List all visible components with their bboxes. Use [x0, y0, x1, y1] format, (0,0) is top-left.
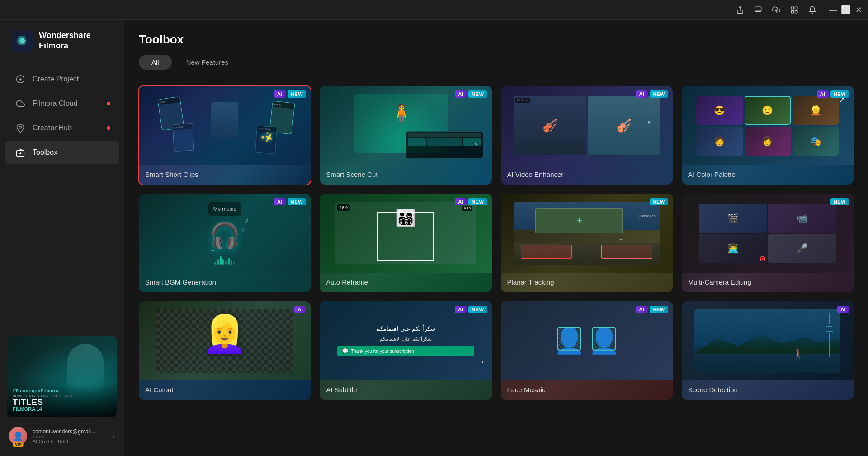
badges-ai-subtitle: AI NEW — [455, 306, 487, 313]
share-icon[interactable] — [735, 5, 745, 15]
tool-name-ai-subtitle: AI Subtitle — [326, 386, 485, 394]
tool-name-planar-tracking: Planar Tracking — [507, 278, 666, 286]
tool-card-scene-detection[interactable]: 🚶 AI — [682, 301, 854, 400]
badges-smart-bgm: AI NEW — [274, 198, 306, 205]
ai-badge-10: AI — [455, 306, 467, 313]
tab-all[interactable]: All — [139, 55, 172, 70]
vip-badge: VIP — [13, 442, 24, 447]
tool-card-ai-color-palette[interactable]: 😎 🙂 👱 🧑 — [682, 86, 854, 185]
badges-ai-color-palette: AI NEW — [817, 90, 849, 98]
promo-filmora-label: FILMORA 14 — [13, 406, 111, 412]
user-details: content.wonders@gmail.... AI Credits: 15… — [33, 428, 107, 444]
tool-name-auto-reframe: Auto Reframe — [326, 278, 485, 286]
promo-title: TITLES — [13, 398, 111, 406]
ai-badge: AI — [274, 90, 286, 98]
tool-card-auto-reframe[interactable]: 16:9 👨‍👩‍👧‍👦 9:16 AI NEW — [320, 194, 491, 292]
titlebar: — ⬜ ✕ — [0, 0, 868, 20]
tool-name-face-mosaic: Face Mosaic — [507, 386, 666, 394]
ai-badge-11: AI — [636, 306, 648, 313]
user-chevron-icon[interactable]: › — [113, 432, 115, 440]
svg-rect-5 — [791, 10, 793, 13]
badges-smart-short-clips: AI NEW — [274, 90, 306, 98]
ai-badge-5: AI — [274, 198, 286, 205]
new-badge-3: NEW — [650, 90, 668, 98]
tools-grid-container: label VIDEO PROJECT EDUCATIONAL — [124, 79, 868, 456]
promo-card[interactable]: #TrendinginFilmora BRING YOUR STORY TO L… — [7, 336, 117, 417]
logo-icon — [11, 30, 33, 52]
tool-name-ai-color-palette: AI Color Palette — [688, 171, 847, 178]
ai-badge-4: AI — [817, 90, 829, 98]
user-email: content.wonders@gmail.... — [33, 428, 107, 435]
tool-card-ai-video-enhancer[interactable]: Before 🎻 After 🎻 🖱 — [501, 86, 673, 185]
promo-tag: #TrendinginFilmora — [13, 389, 111, 393]
tabs: All New Features — [139, 55, 854, 70]
toolbox-icon — [15, 147, 25, 157]
minimize-button[interactable]: — — [829, 6, 837, 14]
grid-icon[interactable] — [789, 5, 799, 15]
maximize-button[interactable]: ⬜ — [842, 6, 850, 14]
app-logo: Wondershare Filmora — [0, 20, 124, 62]
badges-ai-cutout: AI — [294, 306, 306, 313]
new-badge-8: NEW — [830, 198, 849, 205]
badges-planar-tracking: NEW — [650, 198, 668, 205]
window-controls: — ⬜ ✕ — [829, 6, 863, 14]
sidebar-item-create-project[interactable]: Create Project — [5, 68, 119, 90]
new-badge-4: NEW — [830, 90, 849, 98]
main-content: Toolbox All New Features — [124, 20, 868, 456]
sidebar-item-creator-hub[interactable]: Creator Hub — [5, 117, 119, 139]
user-info: 👤 VIP content.wonders@gmail.... AI Credi… — [7, 423, 117, 449]
tool-card-face-mosaic[interactable]: 👤 👤 AI NEW — [501, 301, 673, 400]
close-button[interactable]: ✕ — [854, 6, 863, 14]
app-name: Wondershare Filmora — [39, 30, 91, 52]
badges-ai-video-enhancer: AI NEW — [636, 90, 668, 98]
tool-name-ai-video-enhancer: AI Video Enhancer — [507, 171, 666, 178]
new-badge: NEW — [288, 90, 306, 98]
tool-card-smart-short-clips[interactable]: label VIDEO PROJECT EDUCATIONAL — [139, 86, 311, 185]
create-project-icon — [15, 74, 25, 84]
tool-card-smart-bgm[interactable]: My music 🎧 ♪ ♫ — [139, 194, 311, 292]
content-header: Toolbox All New Features — [124, 20, 868, 79]
ai-badge-9: AI — [294, 306, 306, 313]
user-avatar: 👤 VIP — [9, 427, 27, 445]
badges-scene-detection: AI — [837, 306, 849, 313]
svg-rect-2 — [791, 7, 793, 9]
new-badge-11: NEW — [650, 306, 668, 313]
tool-name-multi-camera: Multi-Camera Editing — [688, 278, 847, 286]
sidebar-item-filmora-cloud[interactable]: Filmora Cloud — [5, 92, 119, 115]
new-badge-7: NEW — [650, 198, 668, 205]
tool-card-multi-camera[interactable]: 🎬 📹 👨‍💻 — [682, 194, 854, 292]
svg-rect-4 — [795, 10, 797, 13]
tool-name-smart-short-clips: Smart Short Clips — [145, 171, 304, 178]
page-title: Toolbox — [139, 33, 854, 47]
tool-name-scene-detection: Scene Detection — [688, 386, 847, 394]
tool-name-smart-scene-cut: Smart Scene Cut — [326, 171, 485, 178]
sidebar-item-toolbox[interactable]: Toolbox — [5, 141, 119, 164]
new-badge-5: NEW — [288, 198, 306, 205]
tool-card-planar-tracking[interactable]: + → Click to add — [501, 194, 673, 292]
tools-grid: label VIDEO PROJECT EDUCATIONAL — [139, 86, 854, 400]
ai-badge-6: AI — [455, 198, 467, 205]
ai-badge-12: AI — [837, 306, 849, 313]
tool-card-ai-subtitle[interactable]: شكراً لكم على اهتمامكم شكراً لكم على الا… — [320, 301, 491, 400]
new-badge-6: NEW — [468, 198, 487, 205]
badges-auto-reframe: AI NEW — [455, 198, 487, 205]
svg-rect-3 — [795, 7, 797, 9]
new-badge-10: NEW — [468, 306, 487, 313]
tool-name-ai-cutout: AI Cutout — [145, 386, 304, 394]
notifications-icon[interactable] — [807, 5, 817, 15]
badges-face-mosaic: AI NEW — [636, 306, 668, 313]
badges-smart-scene-cut: AI NEW — [455, 90, 487, 98]
user-credits: AI Credits: 1590 — [33, 439, 107, 444]
tool-card-smart-scene-cut[interactable]: 🧍 🖱 — [320, 86, 491, 185]
tool-name-smart-bgm: Smart BGM Generation — [145, 278, 304, 286]
sidebar-bottom: #TrendinginFilmora BRING YOUR STORY TO L… — [0, 328, 124, 456]
sidebar: Wondershare Filmora Create Project — [0, 20, 124, 456]
tab-new-features[interactable]: New Features — [174, 55, 241, 70]
ai-badge-2: AI — [455, 90, 467, 98]
tool-card-ai-cutout[interactable]: 👱‍♀️ AI AI Cutout — [139, 301, 311, 400]
filmora-cloud-icon — [15, 99, 25, 109]
feedback-icon[interactable] — [753, 5, 763, 15]
new-badge-2: NEW — [468, 90, 487, 98]
upload-icon[interactable] — [771, 5, 781, 15]
badges-multi-camera: NEW — [830, 198, 849, 205]
